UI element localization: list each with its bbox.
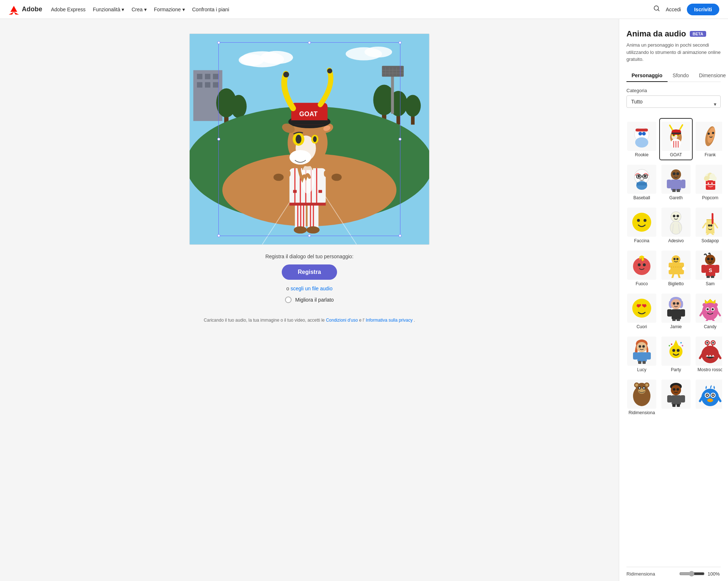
svg-point-246 — [707, 399, 713, 402]
char-img-jamie — [664, 295, 688, 321]
svg-point-84 — [642, 132, 646, 136]
char-name-adesivo: Adesivo — [668, 238, 684, 243]
canvas-wrapper[interactable]: GOAT — [189, 34, 430, 245]
svg-rect-151 — [669, 263, 684, 274]
svg-point-133 — [644, 219, 646, 222]
char-cell-party[interactable]: Party — [659, 333, 693, 375]
terms-link[interactable]: Condizioni d'uso — [326, 318, 358, 323]
char-cell-frank[interactable]: Frank — [693, 118, 722, 160]
audio-file-prefix: o — [286, 286, 291, 291]
char-thumb-faccina — [627, 208, 656, 237]
svg-point-129 — [708, 182, 709, 184]
char-cell-ridimensiona2[interactable] — [659, 376, 693, 418]
character-grid-container: Rookie — [625, 118, 722, 567]
svg-line-144 — [703, 223, 706, 228]
svg-point-156 — [673, 258, 676, 260]
char-cell-mostro-rosso[interactable]: Mostro rosso — [693, 333, 722, 375]
beta-badge: BETA — [690, 31, 706, 37]
char-cell-lucy[interactable]: Lucy — [625, 333, 658, 375]
char-cell-adesivo[interactable]: Adesivo — [659, 204, 693, 246]
char-cell-candy[interactable]: Candy — [693, 290, 722, 332]
svg-point-61 — [273, 174, 284, 181]
adobe-wordmark: Adobe — [22, 5, 42, 13]
char-cell-jamie[interactable]: Jamie — [659, 290, 693, 332]
svg-point-80 — [327, 68, 332, 74]
svg-point-131 — [632, 213, 651, 232]
privacy-link[interactable]: Informativa sulla privacy — [366, 318, 413, 323]
svg-point-185 — [712, 308, 714, 310]
svg-point-114 — [671, 169, 681, 180]
panel-tabs: Personaggio Sfondo Dimensione — [626, 70, 721, 82]
char-thumb-biglietto — [661, 251, 691, 280]
tab-sfondo[interactable]: Sfondo — [668, 70, 694, 82]
svg-point-174 — [673, 302, 675, 305]
char-name-sodapop: Sodapop — [701, 238, 719, 243]
char-name-ridimensiona1: Ridimensiona — [629, 410, 655, 415]
record-button[interactable]: Registra — [282, 264, 337, 280]
tab-dimensione[interactable]: Dimensione — [694, 70, 728, 82]
nav-funzionalita[interactable]: Funzionalità ▾ — [93, 7, 124, 12]
char-cell-baseball[interactable]: Baseball — [625, 161, 658, 203]
char-name-frank: Frank — [705, 152, 716, 157]
audio-file-link[interactable]: scegli un file audio — [290, 286, 332, 291]
char-cell-sodapop[interactable]: Sodapop — [693, 204, 722, 246]
chevron-down-icon: ▾ — [122, 7, 124, 12]
zoom-slider[interactable] — [679, 571, 705, 577]
char-cell-mostro-blu[interactable] — [693, 376, 722, 418]
char-thumb-baseball — [627, 165, 656, 194]
char-cell-sam[interactable]: S Sam — [693, 247, 722, 289]
char-cell-rookie[interactable]: Rookie — [625, 118, 658, 160]
svg-point-216 — [712, 342, 714, 344]
panel-title: Anima da audio — [626, 29, 686, 39]
svg-point-128 — [712, 176, 717, 181]
svg-point-157 — [676, 258, 678, 260]
svg-point-175 — [676, 302, 679, 305]
char-name-goat: GOAT — [670, 152, 682, 157]
svg-marker-0 — [9, 12, 14, 15]
char-cell-cuori[interactable]: ❤ ❤ Cuori — [625, 290, 658, 332]
nav-formazione[interactable]: Formazione ▾ — [154, 7, 185, 12]
search-button[interactable] — [653, 5, 660, 13]
svg-rect-12 — [197, 74, 202, 79]
svg-point-184 — [707, 308, 709, 310]
char-name-faccina: Faccina — [634, 238, 649, 243]
speech-toggle-label: Migliora il parlato — [295, 297, 334, 303]
svg-line-96 — [670, 125, 672, 130]
svg-point-79 — [283, 72, 289, 78]
nav-adobe-express[interactable]: Adobe Express — [51, 7, 86, 12]
char-thumb-sam: S — [696, 251, 722, 280]
adobe-logo[interactable]: Adobe — [9, 4, 42, 15]
category-select[interactable]: Tutto Animali Persone Oggetti — [626, 95, 721, 108]
tab-personaggio[interactable]: Personaggio — [626, 70, 668, 82]
char-cell-goat[interactable]: GOAT — [659, 118, 693, 160]
signup-button[interactable]: Iscriviti — [687, 4, 719, 15]
svg-line-190 — [707, 319, 708, 321]
svg-rect-180 — [677, 319, 680, 321]
char-cell-faccina[interactable]: Faccina — [625, 204, 658, 246]
nav-crea[interactable]: Crea ▾ — [131, 7, 146, 12]
chevron-down-icon: ▾ — [144, 7, 147, 12]
svg-line-248 — [718, 397, 720, 401]
category-label: Categoria — [626, 88, 721, 93]
svg-point-116 — [676, 172, 679, 175]
login-button[interactable]: Accedi — [666, 7, 681, 12]
char-cell-gareth[interactable]: Gareth — [659, 161, 693, 203]
speech-toggle[interactable] — [285, 297, 292, 303]
char-cell-biglietto[interactable]: Biglietto — [659, 247, 693, 289]
svg-point-187 — [714, 303, 718, 307]
svg-point-160 — [705, 255, 715, 265]
char-cell-popcorn[interactable]: Popcorn — [693, 161, 722, 203]
svg-point-49 — [306, 226, 320, 233]
char-cell-ridimensiona1[interactable]: Ridimensiona — [625, 376, 658, 418]
canvas-bottom-controls: Registra il dialogo del tuo personaggio:… — [189, 254, 430, 303]
svg-rect-196 — [637, 352, 647, 362]
nav-confronta-piani[interactable]: Confronta i piani — [192, 7, 229, 12]
svg-point-195 — [642, 345, 645, 348]
svg-line-146 — [707, 233, 708, 235]
char-cell-fuoco[interactable]: Fuoco — [625, 247, 658, 289]
svg-point-169 — [632, 299, 651, 318]
svg-point-111 — [644, 175, 646, 177]
svg-point-110 — [638, 175, 640, 177]
audio-file-row: o scegli un file audio — [189, 286, 430, 291]
svg-rect-77 — [291, 120, 328, 125]
